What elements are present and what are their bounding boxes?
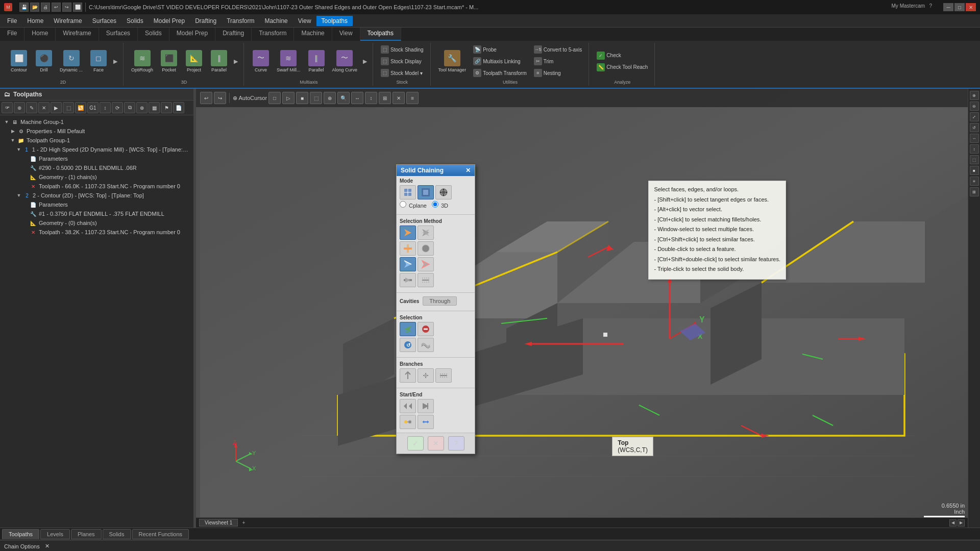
dynamic-btn[interactable]: ↻ Dynamic ... [57, 48, 85, 74]
tree-toolpath-group[interactable]: ▼ 📁 Toolpath Group-1 [8, 136, 191, 145]
contour-btn[interactable]: ⬜ Contour [7, 48, 31, 74]
sc-sel-remove-btn[interactable] [418, 322, 434, 336]
close-button[interactable]: ✕ [966, 3, 976, 11]
sc-se-btn1[interactable] [400, 399, 416, 413]
sc-sel-btn6[interactable] [418, 257, 434, 271]
tab-solids[interactable]: Solids [138, 28, 169, 41]
sc-branch-btn2[interactable] [418, 368, 434, 383]
vt-btn-5[interactable]: ■ [296, 92, 308, 104]
vt-btn-1[interactable]: ↩ [200, 92, 212, 104]
sc-sel-btn5[interactable] [400, 257, 416, 271]
open-btn[interactable]: 📂 [30, 3, 39, 12]
sc-sel-cycle-btn[interactable]: ↺ [400, 338, 416, 352]
project-btn[interactable]: 📐 Project [182, 48, 206, 74]
ri-btn-6[interactable]: ↕ [970, 144, 979, 154]
tree-machine-group[interactable]: ▼ 🖥 Machine Group-1 [2, 117, 191, 127]
vs-prev[interactable]: ◀ [949, 519, 957, 527]
ri-btn-9[interactable]: ≡ [970, 177, 979, 186]
viewport[interactable]: Z Y X Y X Z [196, 89, 980, 528]
solid-chaining-titlebar[interactable]: Solid Chaining ✕ [397, 165, 475, 176]
sc-sel-wave-btn[interactable] [418, 338, 434, 352]
tab-levels[interactable]: Levels [40, 529, 70, 539]
solid-chaining-close[interactable]: ✕ [465, 167, 471, 174]
sc-sel-add-btn[interactable] [400, 322, 416, 336]
ri-btn-8[interactable]: ■ [970, 166, 979, 175]
sc-cavities-button[interactable]: Through [423, 296, 457, 306]
tree-geo-2[interactable]: 📐 Geometry - (0) chain(s) [20, 218, 191, 228]
menu-view[interactable]: View [293, 16, 316, 26]
3d-more-btn[interactable]: ▶ [232, 58, 239, 65]
probe-btn[interactable]: 📡 Probe [471, 44, 529, 55]
ri-btn-2[interactable]: ⊖ [970, 102, 979, 111]
vt-btn-12[interactable]: ✕ [393, 92, 405, 104]
menu-machine[interactable]: Machine [259, 16, 292, 26]
parallel-3d-btn[interactable]: ∥ Parallel [207, 48, 231, 74]
tree-geo-1[interactable]: 📐 Geometry - (1) chain(s) [20, 172, 191, 182]
ri-btn-4[interactable]: ↺ [970, 123, 979, 132]
vt-btn-3[interactable]: □ [268, 92, 281, 104]
multiaxis-linking-btn[interactable]: 🔗 Multiaxis Linking [471, 56, 529, 66]
save-btn[interactable]: 💾 [19, 3, 29, 12]
tab-surfaces[interactable]: Surfaces [99, 28, 138, 41]
ri-btn-1[interactable]: ⊕ [970, 91, 979, 100]
tree-params-2[interactable]: 📄 Parameters [20, 200, 191, 209]
sc-sel-btn4[interactable] [418, 241, 434, 256]
sc-3d-radio[interactable] [432, 201, 438, 208]
tab-model-prep[interactable]: Model Prep [169, 28, 215, 41]
check-btn[interactable]: ✓ Check [594, 51, 650, 61]
ri-btn-3[interactable]: ⤢ [970, 112, 979, 121]
menu-surfaces[interactable]: Surfaces [87, 16, 121, 26]
tree-params-1[interactable]: 📄 Parameters [20, 154, 191, 163]
vt-btn-10[interactable]: ↕ [365, 92, 377, 104]
pocket-btn[interactable]: ⬛ Pocket [157, 48, 181, 74]
menu-transform[interactable]: Transform [222, 16, 259, 26]
vt-btn-2[interactable]: ↪ [214, 92, 226, 104]
tree-tp-2[interactable]: ✕ Toolpath - 38.2K - 1107-23 Start.NC - … [20, 228, 191, 237]
lt-btn-15[interactable]: 📄 [173, 102, 184, 113]
menu-toolpaths[interactable]: Toolpaths [316, 16, 353, 26]
multiaxis-more-btn[interactable]: ▶ [361, 58, 369, 65]
tab-machine[interactable]: Machine [294, 28, 332, 41]
sc-se-btn4[interactable] [418, 415, 434, 429]
lt-btn-13[interactable]: ▦ [149, 102, 160, 113]
sc-mode-edge-btn[interactable] [418, 185, 434, 199]
lt-btn-8[interactable]: G1 [87, 102, 99, 113]
tab-toolpaths[interactable]: Toolpaths [360, 28, 401, 41]
viewsheet-tab[interactable]: Viewsheet 1 [199, 519, 238, 527]
tree-tool-2[interactable]: 🔧 #1 - 0.3750 FLAT ENDMILL - .375 FLAT E… [20, 209, 191, 218]
lt-btn-6[interactable]: ⬚ [63, 102, 74, 113]
sc-mode-face-btn[interactable] [400, 185, 416, 199]
tab-planes[interactable]: Planes [71, 529, 102, 539]
nesting-btn[interactable]: ≡ Nesting [531, 68, 585, 78]
tree-item-1[interactable]: ▼ 1 1 - 2D High Speed (2D Dynamic Mill) … [14, 145, 191, 154]
sc-sel-btn1[interactable] [400, 226, 416, 240]
tab-wireframe[interactable]: Wireframe [56, 28, 99, 41]
tab-toolpaths[interactable]: Toolpaths [2, 529, 39, 539]
lt-btn-3[interactable]: ✎ [26, 102, 37, 113]
2d-more-btn[interactable]: ▶ [112, 58, 119, 65]
lt-btn-12[interactable]: ⊕ [136, 102, 148, 113]
along-curve-btn[interactable]: 〜 Along Curve [330, 48, 360, 74]
sc-sel-btn8[interactable] [418, 273, 434, 287]
menu-home[interactable]: Home [22, 16, 48, 26]
lt-btn-11[interactable]: ⧉ [124, 102, 135, 113]
lt-btn-2[interactable]: ⊕ [14, 102, 25, 113]
tab-drafting[interactable]: Drafting [215, 28, 252, 41]
toolpath-transform-btn[interactable]: ⚙ Toolpath Transform [471, 68, 529, 78]
undo-btn[interactable]: ↩ [52, 3, 61, 12]
convert-5axis-btn[interactable]: →5 Convert to 5-axis [531, 44, 585, 55]
parallel-multi-btn[interactable]: ∥ Parallel [305, 48, 328, 74]
vt-btn-11[interactable]: ⊞ [379, 92, 391, 104]
sc-cplane-radio[interactable] [400, 201, 406, 208]
tool-manager-btn[interactable]: 🔧 Tool Manager [436, 48, 469, 74]
maximize-button[interactable]: □ [954, 3, 965, 11]
stock-display-btn[interactable]: ⬚ Stock Display [378, 56, 426, 66]
trim-btn[interactable]: ✂ Trim [531, 56, 585, 66]
lt-btn-10[interactable]: ⟳ [112, 102, 123, 113]
ri-btn-5[interactable]: ↔ [970, 134, 979, 143]
sc-help-button[interactable]: ? [448, 436, 464, 450]
menu-model-prep[interactable]: Model Prep [149, 16, 190, 26]
tree-tp-1[interactable]: ✕ Toolpath - 66.0K - 1107-23 Start.NC - … [20, 182, 191, 191]
lt-btn-1[interactable]: 🖙 [2, 102, 13, 113]
sc-cplane-label[interactable]: Cplane [400, 201, 427, 209]
